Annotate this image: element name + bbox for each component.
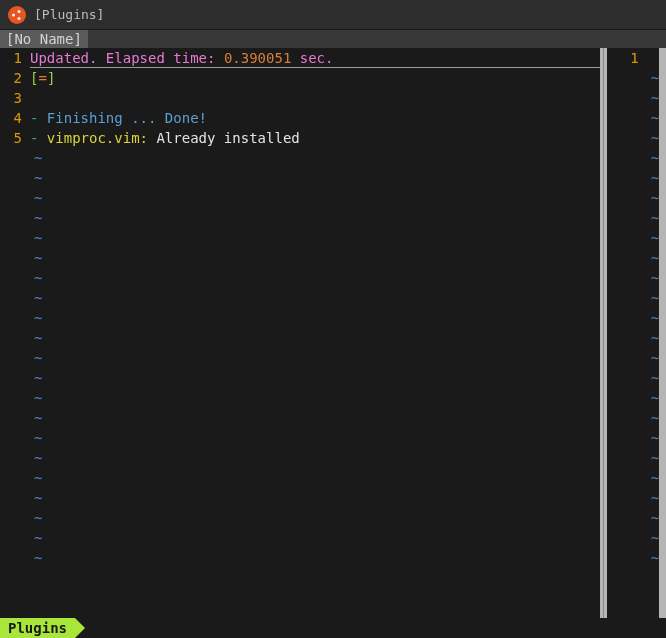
right-pane[interactable]: 1 ~~~~~~~~~~~~~~~~~~~~~~~~~ <box>607 48 659 638</box>
text-segment: - <box>30 110 47 126</box>
empty-line-tilde: ~ <box>30 448 600 468</box>
empty-line-tilde: ~ <box>647 468 659 488</box>
empty-line-tilde: ~ <box>30 548 600 568</box>
empty-line-tilde: ~ <box>647 508 659 528</box>
empty-line-tilde: ~ <box>30 348 600 368</box>
empty-line-tilde: ~ <box>647 108 659 128</box>
line-number: 4 <box>0 108 22 128</box>
empty-line-tilde: ~ <box>647 288 659 308</box>
empty-line-tilde: ~ <box>30 168 600 188</box>
code-line[interactable]: Updated. Elapsed time: 0.390051 sec. <box>30 48 600 68</box>
empty-line-tilde: ~ <box>30 308 600 328</box>
empty-line-tilde: ~ <box>647 228 659 248</box>
empty-line-tilde: ~ <box>647 68 659 88</box>
empty-line-tilde: ~ <box>647 208 659 228</box>
editor-area: [No Name] 12345 Updated. Elapsed time: 0… <box>0 30 666 638</box>
empty-line-tilde: ~ <box>30 388 600 408</box>
code-line[interactable]: - Finishing ... Done! <box>30 108 600 128</box>
code-line[interactable]: [=] <box>30 68 600 88</box>
window-title: [Plugins] <box>34 7 104 22</box>
text-segment: Updated. Elapsed time: <box>30 50 224 66</box>
line-number: 5 <box>0 128 22 148</box>
code-line[interactable] <box>647 48 659 68</box>
empty-line-tilde: ~ <box>647 268 659 288</box>
empty-line-tilde: ~ <box>647 388 659 408</box>
text-segment: Finishing ... Done! <box>47 110 207 126</box>
ubuntu-logo-svg <box>11 9 23 21</box>
empty-line-tilde: ~ <box>647 248 659 268</box>
text-segment: ] <box>47 70 55 86</box>
empty-line-tilde: ~ <box>647 528 659 548</box>
status-mode: Plugins <box>0 618 75 638</box>
left-content[interactable]: Updated. Elapsed time: 0.390051 sec.[=]-… <box>30 48 600 638</box>
code-line[interactable] <box>30 88 600 108</box>
text-segment: = <box>38 70 46 86</box>
left-pane[interactable]: 12345 Updated. Elapsed time: 0.390051 se… <box>0 48 600 638</box>
tab-no-name[interactable]: [No Name] <box>0 30 88 48</box>
right-scrollbar[interactable] <box>659 48 666 638</box>
split-container: 12345 Updated. Elapsed time: 0.390051 se… <box>0 48 666 638</box>
empty-line-tilde: ~ <box>647 308 659 328</box>
empty-line-tilde: ~ <box>647 448 659 468</box>
empty-line-tilde: ~ <box>30 228 600 248</box>
text-segment: - <box>30 130 47 146</box>
empty-line-tilde: ~ <box>30 428 600 448</box>
empty-line-tilde: ~ <box>30 488 600 508</box>
line-number: 1 <box>607 48 639 68</box>
empty-line-tilde: ~ <box>647 328 659 348</box>
empty-line-tilde: ~ <box>647 88 659 108</box>
line-number: 1 <box>0 48 22 68</box>
svg-point-0 <box>12 13 15 16</box>
empty-line-tilde: ~ <box>647 408 659 428</box>
empty-line-tilde: ~ <box>30 148 600 168</box>
text-segment: vimproc.vim: <box>47 130 148 146</box>
empty-line-tilde: ~ <box>647 148 659 168</box>
text-segment: 0.390051 <box>224 50 291 66</box>
tab-bar: [No Name] <box>0 30 666 48</box>
empty-line-tilde: ~ <box>30 208 600 228</box>
empty-line-tilde: ~ <box>30 368 600 388</box>
empty-line-tilde: ~ <box>30 328 600 348</box>
empty-line-tilde: ~ <box>647 168 659 188</box>
split-divider[interactable] <box>600 48 607 638</box>
empty-line-tilde: ~ <box>647 128 659 148</box>
left-gutter: 12345 <box>0 48 30 638</box>
empty-line-tilde: ~ <box>30 268 600 288</box>
empty-line-tilde: ~ <box>30 288 600 308</box>
empty-line-tilde: ~ <box>647 348 659 368</box>
window-title-bar: [Plugins] <box>0 0 666 30</box>
text-segment: Already installed <box>148 130 300 146</box>
empty-line-tilde: ~ <box>30 468 600 488</box>
svg-point-2 <box>18 17 21 20</box>
empty-line-tilde: ~ <box>647 488 659 508</box>
empty-line-tilde: ~ <box>647 548 659 568</box>
empty-line-tilde: ~ <box>647 428 659 448</box>
empty-line-tilde: ~ <box>30 408 600 428</box>
right-content[interactable]: ~~~~~~~~~~~~~~~~~~~~~~~~~ <box>647 48 659 638</box>
status-bar: Plugins <box>0 618 666 638</box>
svg-point-1 <box>18 10 21 13</box>
line-number: 3 <box>0 88 22 108</box>
empty-line-tilde: ~ <box>30 528 600 548</box>
code-line[interactable]: - vimproc.vim: Already installed <box>30 128 600 148</box>
right-gutter: 1 <box>607 48 647 638</box>
empty-line-tilde: ~ <box>30 248 600 268</box>
text-segment: sec. <box>291 50 333 66</box>
empty-line-tilde: ~ <box>647 368 659 388</box>
empty-line-tilde: ~ <box>647 188 659 208</box>
empty-line-tilde: ~ <box>30 188 600 208</box>
line-number: 2 <box>0 68 22 88</box>
ubuntu-icon <box>8 6 26 24</box>
empty-line-tilde: ~ <box>30 508 600 528</box>
